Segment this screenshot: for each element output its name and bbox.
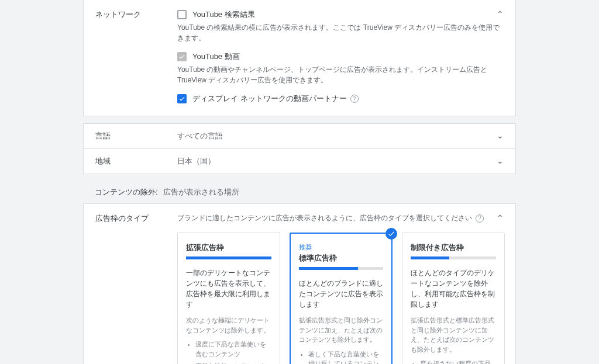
checkbox-icon[interactable] [177, 10, 187, 19]
bullet: 露骨な性的コンテンツやヌードを含むコンテンツ [195, 361, 271, 364]
fill-bar [186, 256, 271, 259]
card-bullets: 度を超さない程度の下品な言葉使いを含むコンテンツ 度を超さない程度に性的なものを… [411, 359, 496, 364]
help-icon[interactable]: ? [476, 214, 484, 223]
card-expanded[interactable]: 拡張広告枠 一部のデリケートなコンテンツにも広告を表示して、広告枠を最大限に利用… [177, 233, 280, 364]
card-title: 拡張広告枠 [186, 242, 271, 253]
card-bullets: 過度に下品な言葉使いを含むコンテンツ 露骨な性的コンテンツやヌードを含むコンテン… [186, 339, 271, 364]
option-youtube-search[interactable]: YouTube 検索結果 [177, 9, 504, 20]
region-label: 地域 [95, 156, 177, 167]
card-title: 制限付き広告枠 [411, 242, 496, 253]
chevron-up-icon[interactable]: ⌃ [497, 9, 504, 19]
bullet: 著しく下品な言葉使いを繰り返しているコンテンツ [308, 349, 383, 365]
chevron-down-icon[interactable]: ⌄ [497, 131, 504, 140]
inventory-instruction: ブランドに適したコンテンツに広告が表示されるように、広告枠のタイプを選択してくだ… [177, 213, 505, 223]
network-body: YouTube 検索結果 YouTube の検索結果の横に広告が表示されます。こ… [177, 9, 504, 106]
card-note: 次のような極端にデリケートなコンテンツは除外します。 [186, 316, 271, 335]
inventory-body: ブランドに適したコンテンツに広告が表示されるように、広告枠のタイプを選択してくだ… [177, 213, 505, 364]
option-desc: YouTube の検索結果の横に広告が表示されます。ここでは TrueView … [177, 22, 504, 43]
fill-bar [299, 267, 383, 270]
fill-bar [411, 256, 496, 259]
language-row[interactable]: 言語 すべての言語 ⌄ [84, 124, 515, 149]
chevron-down-icon[interactable]: ⌄ [497, 156, 504, 165]
card-limited[interactable]: 制限付き広告枠 ほとんどのタイプのデリケートなコンテンツを除外し、利用可能な広告… [402, 233, 505, 364]
network-label: ネットワーク [95, 9, 177, 106]
inventory-label: 広告枠のタイプ [95, 213, 177, 364]
card-title: 標準広告枠 [299, 253, 383, 264]
option-label: YouTube 動画 [192, 51, 240, 62]
header-subtitle: 広告が表示される場所 [163, 188, 239, 196]
header-title: コンテンツの除外: [95, 188, 158, 196]
lang-region-panel: 言語 すべての言語 ⌄ 地域 日本（国） ⌄ [83, 123, 516, 174]
inventory-row: 広告枠のタイプ ブランドに適したコンテンツに広告が表示されるように、広告枠のタイ… [84, 204, 515, 364]
bullet: 過度に下品な言葉使いを含むコンテンツ [195, 339, 271, 359]
network-row: ネットワーク YouTube 検索結果 YouTube の検索結果の横に広告が表… [84, 0, 515, 116]
option-youtube-video[interactable]: YouTube 動画 [177, 51, 504, 62]
bullet: 度を超さない程度の下品な言葉使いを含むコンテンツ [420, 359, 496, 364]
language-value: すべての言語 [177, 131, 223, 141]
help-icon[interactable]: ? [350, 95, 359, 103]
inventory-cards: 拡張広告枠 一部のデリケートなコンテンツにも広告を表示して、広告枠を最大限に利用… [177, 233, 505, 364]
card-sub: ほとんどのタイプのデリケートなコンテンツを除外し、利用可能な広告枠を制限します [411, 268, 496, 310]
language-label: 言語 [95, 131, 177, 141]
content-exclusion-header: コンテンツの除外: 広告が表示される場所 [83, 181, 516, 203]
card-recommended: 推奨 [299, 243, 383, 252]
option-display-partner[interactable]: ディスプレイ ネットワークの動画パートナー ? [177, 93, 504, 104]
checkbox-icon[interactable] [177, 94, 187, 103]
card-standard[interactable]: 推奨 標準広告枠 ほとんどのブランドに適したコンテンツに広告を表示します 拡張広… [290, 233, 393, 364]
region-value: 日本（国） [177, 156, 215, 167]
checkbox-icon [177, 52, 187, 61]
option-label: YouTube 検索結果 [192, 9, 255, 20]
card-bullets: 著しく下品な言葉使いを繰り返しているコンテンツ 著しく性的なコンテンツ、ならびに… [299, 349, 383, 365]
card-note: 拡張広告形式と標準広告形式と同じ除外コンテンツに加え、たとえば次のコンテンツも除… [411, 316, 496, 354]
selected-badge-icon [385, 228, 397, 240]
option-desc: YouTube の動画やチャンネルページ、トップページに広告が表示されます。イン… [177, 64, 504, 85]
card-sub: ほとんどのブランドに適したコンテンツに広告を表示します [299, 278, 383, 310]
region-row[interactable]: 地域 日本（国） ⌄ [84, 149, 515, 174]
card-note: 拡張広告形式と同じ除外コンテンツに加え、たとえば次のコンテンツも除外します。 [299, 316, 383, 345]
network-panel: ネットワーク YouTube 検索結果 YouTube の検索結果の横に広告が表… [83, 0, 516, 116]
chevron-up-icon[interactable]: ⌃ [497, 213, 504, 223]
card-sub: 一部のデリケートなコンテンツにも広告を表示して、広告枠を最大限に利用します [186, 268, 271, 310]
option-label: ディスプレイ ネットワークの動画パートナー [192, 93, 347, 104]
inventory-panel: 広告枠のタイプ ブランドに適したコンテンツに広告が表示されるように、広告枠のタイ… [83, 203, 516, 364]
